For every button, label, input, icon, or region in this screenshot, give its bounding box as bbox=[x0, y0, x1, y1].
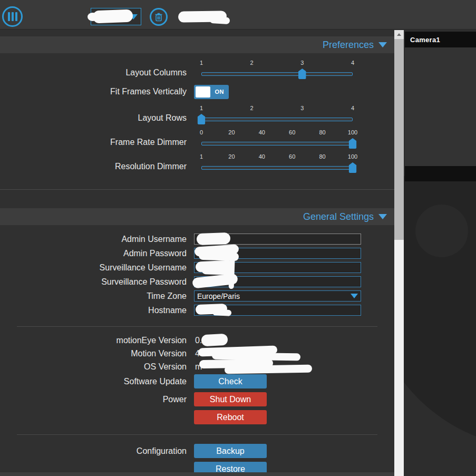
slider-thumb[interactable] bbox=[198, 114, 206, 124]
backup-button[interactable]: Backup bbox=[194, 444, 267, 458]
slider-track[interactable] bbox=[201, 72, 353, 76]
slider-tick-label: 0 bbox=[200, 129, 203, 135]
slider-tick-label: 60 bbox=[289, 153, 295, 160]
slider-thumb[interactable] bbox=[349, 162, 357, 173]
redaction-blob bbox=[201, 333, 228, 346]
slider-tick-label: 40 bbox=[259, 153, 265, 160]
slider-tick-label: 2 bbox=[250, 60, 254, 66]
time-zone-value: Europe/Paris bbox=[197, 292, 240, 300]
resolution-dimmer-label: Resolution Dimmer bbox=[0, 162, 191, 174]
power-row: Power Shut Down bbox=[0, 392, 394, 406]
camera-list-panel: Camera1 bbox=[404, 30, 476, 476]
preferences-section-header[interactable]: Preferences bbox=[0, 36, 394, 53]
settings-panel: Preferences Layout Columns 1234 Fit Fram… bbox=[0, 30, 394, 476]
fit-frames-toggle[interactable]: ON bbox=[194, 85, 229, 99]
time-zone-select[interactable]: Europe/Paris bbox=[194, 290, 361, 302]
slider-tick-label: 60 bbox=[289, 129, 295, 135]
slider-tick-label: 1 bbox=[200, 153, 203, 160]
toggle-state-label: ON bbox=[215, 89, 225, 95]
general-settings-title: General Settings bbox=[303, 211, 374, 222]
software-update-row: Software Update Check bbox=[0, 374, 394, 388]
admin-password-row: Admin Password bbox=[0, 248, 394, 259]
layout-columns-row: Layout Columns 1234 bbox=[0, 56, 394, 81]
camera-frame-header[interactable]: Camera1 bbox=[405, 32, 476, 47]
slider-thumb[interactable] bbox=[298, 69, 306, 79]
admin-username-input[interactable] bbox=[194, 234, 361, 245]
slider-track[interactable] bbox=[201, 166, 353, 170]
timezone-select-arrow-icon bbox=[351, 294, 358, 298]
slider-tick-label: 40 bbox=[259, 129, 265, 135]
configuration-label: Configuration bbox=[0, 446, 191, 456]
configuration-row: Configuration Backup bbox=[0, 444, 394, 458]
slider-tick-label: 20 bbox=[228, 153, 235, 160]
fit-frames-row: Fit Frames Vertically ON bbox=[0, 83, 394, 101]
slider-ticks: 1234 bbox=[201, 105, 353, 112]
slider-tick-label: 100 bbox=[348, 153, 357, 160]
preferences-title: Preferences bbox=[323, 40, 374, 51]
frame-rate-dimmer-label: Frame Rate Dimmer bbox=[0, 138, 191, 150]
redaction-blob bbox=[197, 232, 231, 245]
watermark-donut bbox=[415, 205, 468, 257]
top-toolbar bbox=[0, 0, 476, 30]
layout-columns-slider[interactable]: 1234 bbox=[201, 60, 353, 81]
slider-tick-label: 4 bbox=[351, 105, 354, 111]
slider-tick-label: 1 bbox=[200, 105, 203, 111]
reboot-row: Reboot bbox=[0, 410, 394, 424]
general-settings-section-header[interactable]: General Settings bbox=[0, 208, 394, 225]
layout-rows-slider[interactable]: 1234 bbox=[201, 105, 353, 126]
slider-tick-label: 100 bbox=[348, 129, 357, 135]
os-version-value: m bbox=[191, 362, 394, 372]
menu-bars-icon[interactable] bbox=[2, 6, 23, 27]
reboot-button[interactable]: Reboot bbox=[194, 410, 267, 424]
frame-rate-dimmer-slider[interactable]: 020406080100 bbox=[201, 129, 353, 150]
slider-track[interactable] bbox=[201, 118, 353, 121]
admin-username-row: Admin Username bbox=[0, 234, 394, 245]
power-label: Power bbox=[0, 395, 191, 404]
slider-tick-label: 20 bbox=[228, 129, 235, 135]
slider-tick-label: 3 bbox=[300, 105, 304, 111]
menu-bar-glyph bbox=[8, 12, 10, 21]
slider-track[interactable] bbox=[201, 142, 353, 145]
motioneye-version-value: 0. bbox=[191, 336, 394, 345]
surveillance-password-input[interactable] bbox=[194, 276, 361, 287]
redaction-blob bbox=[88, 13, 98, 21]
frame-rate-dimmer-row: Frame Rate Dimmer 020406080100 bbox=[0, 126, 394, 150]
shut-down-button[interactable]: Shut Down bbox=[194, 392, 267, 406]
vertical-scrollbar[interactable] bbox=[394, 30, 404, 476]
camera-name: Camera1 bbox=[410, 36, 440, 44]
preferences-collapse-icon[interactable] bbox=[378, 42, 387, 47]
slider-ticks: 1234 bbox=[201, 60, 353, 67]
os-version-label: OS Version bbox=[0, 362, 191, 372]
scrollbar-thumb[interactable] bbox=[394, 39, 404, 240]
layout-rows-row: Layout Rows 1234 bbox=[0, 102, 394, 126]
motion-version-label: Motion Version bbox=[0, 349, 191, 358]
admin-password-input[interactable] bbox=[194, 248, 361, 259]
hostname-label: Hostname bbox=[0, 306, 191, 315]
camera-video-black-strip bbox=[405, 166, 476, 181]
toggle-knob bbox=[196, 86, 210, 98]
scrollbar-up-button[interactable] bbox=[394, 30, 404, 39]
redaction-blob bbox=[212, 309, 232, 316]
hostname-input[interactable] bbox=[194, 305, 361, 316]
check-update-button[interactable]: Check bbox=[194, 374, 267, 388]
motion-version-row: Motion Version 4 bbox=[0, 347, 394, 360]
general-settings-collapse-icon[interactable] bbox=[378, 214, 387, 219]
slider-tick-label: 4 bbox=[351, 60, 354, 66]
redaction-blob bbox=[225, 364, 312, 374]
redaction-blob bbox=[93, 9, 133, 24]
trash-icon[interactable] bbox=[150, 8, 168, 26]
redaction-blob bbox=[210, 16, 230, 24]
resolution-dimmer-slider[interactable]: 120406080100 bbox=[201, 153, 353, 174]
slider-thumb[interactable] bbox=[349, 138, 357, 149]
camera-video-area[interactable] bbox=[405, 47, 476, 166]
surveillance-username-row: Surveillance Username bbox=[0, 262, 394, 273]
menu-bar-glyph bbox=[15, 12, 17, 21]
surveillance-username-input[interactable] bbox=[194, 262, 361, 273]
slider-ticks: 020406080100 bbox=[201, 129, 353, 137]
software-update-label: Software Update bbox=[0, 377, 191, 386]
time-zone-label: Time Zone bbox=[0, 292, 191, 301]
camera-frame[interactable]: Camera1 bbox=[405, 32, 476, 181]
resolution-dimmer-row: Resolution Dimmer 120406080100 bbox=[0, 150, 394, 174]
slider-ticks: 120406080100 bbox=[201, 153, 353, 161]
slider-tick-label: 3 bbox=[300, 60, 304, 66]
